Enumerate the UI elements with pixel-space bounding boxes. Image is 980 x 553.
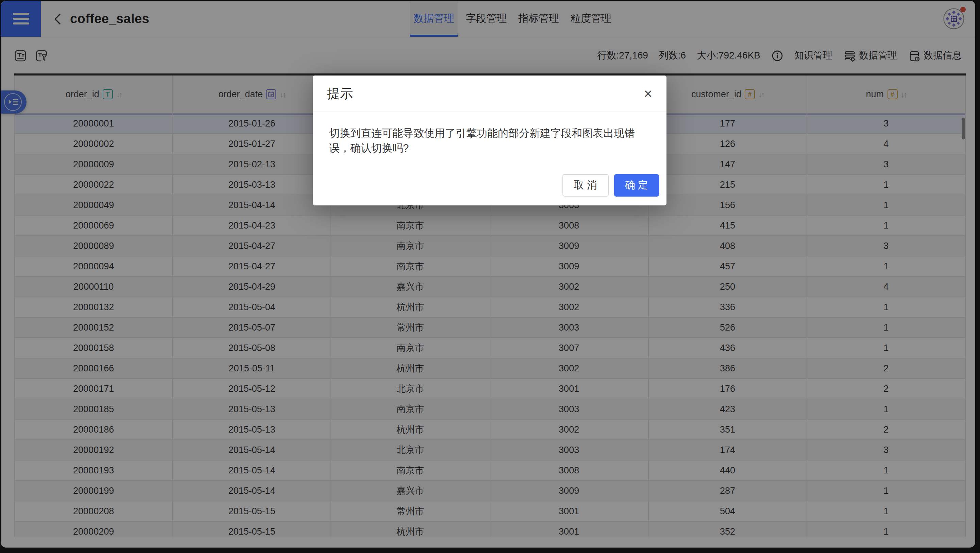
dialog-message: 切换到直连可能导致使用了引擎功能的部分新建字段和图表出现错误，确认切换吗?	[313, 112, 667, 156]
dialog-header: 提示 ×	[313, 75, 667, 112]
cancel-button[interactable]: 取 消	[562, 174, 608, 197]
confirm-button[interactable]: 确 定	[614, 174, 659, 197]
close-icon[interactable]: ×	[644, 86, 652, 101]
confirm-dialog: 提示 × 切换到直连可能导致使用了引擎功能的部分新建字段和图表出现错误，确认切换…	[313, 75, 667, 206]
dialog-title: 提示	[327, 85, 353, 102]
dialog-footer: 取 消 确 定	[562, 174, 659, 197]
screen-frame: coffee_sales 数据管理字段管理指标管理粒度管理	[0, 0, 980, 553]
